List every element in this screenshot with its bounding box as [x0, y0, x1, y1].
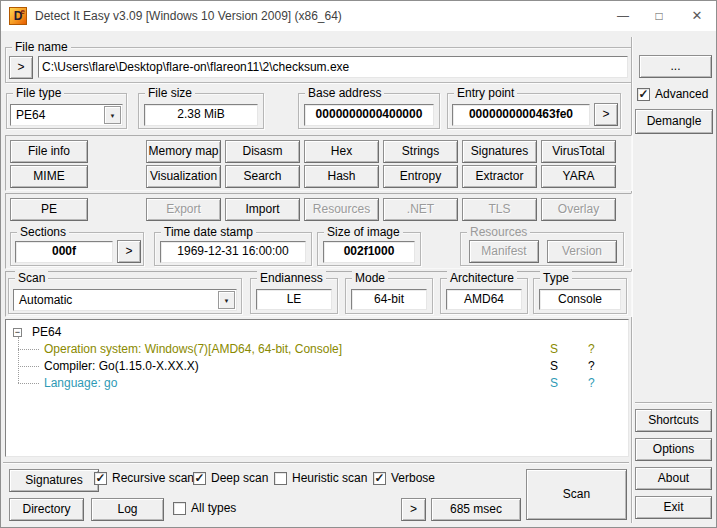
scan-flags-button[interactable]: > — [401, 498, 426, 521]
hex-button[interactable]: Hex — [304, 140, 379, 163]
time-date-stamp-label: Time date stamp — [161, 225, 256, 239]
window-title: Detect It Easy v3.09 [Windows 10 Version… — [35, 1, 342, 31]
open-file-arrow-button[interactable]: > — [9, 56, 33, 79]
entry-point-value: 0000000000463fe0 — [452, 104, 590, 126]
file-type-label: File type — [13, 86, 64, 100]
shortcuts-button[interactable]: Shortcuts — [635, 409, 712, 432]
hash-button[interactable]: Hash — [304, 165, 379, 188]
visualization-button[interactable]: Visualization — [146, 165, 221, 188]
results-tree: − PE64 Operation system: Windows(7)[AMD6… — [5, 319, 629, 457]
signatures-tool-button[interactable]: Signatures — [462, 140, 537, 163]
extractor-button[interactable]: Extractor — [462, 165, 537, 188]
verbose-checkbox[interactable]: ✓ — [373, 472, 386, 485]
log-button[interactable]: Log — [91, 498, 164, 521]
file-type-group: File type PE64 ▼ — [6, 93, 127, 129]
tree-root-row[interactable]: − PE64 — [6, 324, 628, 341]
import-button[interactable]: Import — [225, 198, 300, 221]
search-button[interactable]: Search — [225, 165, 300, 188]
elapsed-time-button[interactable]: 685 msec — [431, 498, 521, 521]
scan-mode-select[interactable]: Automatic ▼ — [13, 289, 237, 311]
close-icon[interactable]: ✕ — [680, 1, 714, 31]
pe-panel: PE Export Import Resources .NET TLS Over… — [5, 193, 632, 269]
base-address-group: Base address 0000000000400000 — [298, 93, 440, 129]
tree-row-compiler[interactable]: Compiler: Go(1.15.0-X.XX.X) S ? — [6, 358, 628, 375]
all-types-checkbox[interactable] — [173, 502, 186, 515]
scan-label: Scan — [15, 271, 48, 285]
file-path-input[interactable] — [38, 56, 628, 78]
heuristic-scan-checkbox[interactable] — [274, 472, 287, 485]
directory-button[interactable]: Directory — [9, 498, 84, 521]
pe-button[interactable]: PE — [10, 198, 88, 221]
side-separator — [635, 402, 712, 404]
sections-group: Sections 000f > — [10, 232, 144, 266]
advanced-checkbox[interactable]: ✓ — [637, 88, 650, 101]
file-name-group: File name > — [5, 47, 632, 83]
mode-group: Mode 64-bit — [345, 278, 433, 314]
file-size-group: File size 2.38 MiB — [138, 93, 264, 129]
detection-text: Operation system: Windows(7)[AMD64, 64-b… — [44, 341, 342, 358]
tools-panel: File info Memory map Disasm Hex Strings … — [5, 135, 632, 191]
advanced-label: Advanced — [655, 87, 708, 102]
endianness-group: Endianness LE — [250, 278, 338, 314]
tree-row-language[interactable]: Language: go S ? — [6, 375, 628, 392]
file-name-label: File name — [12, 40, 71, 54]
mime-button[interactable]: MIME — [10, 165, 88, 188]
scan-group: Scan Automatic ▼ — [8, 278, 242, 314]
type-value: Console — [539, 289, 621, 310]
disasm-button[interactable]: Disasm — [225, 140, 300, 163]
architecture-label: Architecture — [447, 271, 517, 285]
maximize-icon[interactable]: □ — [642, 1, 676, 31]
file-size-value: 2.38 MiB — [144, 104, 258, 126]
endianness-value: LE — [256, 289, 332, 310]
app-icon: D e — [9, 7, 27, 25]
info-link[interactable]: ? — [588, 358, 602, 375]
detection-text: Language: go — [44, 375, 117, 392]
file-size-label: File size — [145, 86, 195, 100]
info-link[interactable]: ? — [588, 341, 602, 358]
info-link[interactable]: ? — [588, 375, 602, 392]
yara-button[interactable]: YARA — [541, 165, 616, 188]
bottom-separator — [3, 462, 629, 464]
chevron-down-icon[interactable]: ▼ — [104, 106, 121, 124]
virustotal-button[interactable]: VirusTotal — [541, 140, 616, 163]
signature-link[interactable]: S — [550, 341, 564, 358]
signature-link[interactable]: S — [550, 358, 564, 375]
sections-value: 000f — [15, 241, 113, 263]
chevron-down-icon[interactable]: ▼ — [218, 291, 235, 309]
scan-button[interactable]: Scan — [526, 469, 627, 520]
entropy-button[interactable]: Entropy — [383, 165, 458, 188]
memory-map-button[interactable]: Memory map — [146, 140, 221, 163]
browse-button[interactable]: ... — [639, 55, 712, 78]
mode-value: 64-bit — [351, 289, 427, 310]
resources-group: Resources Manifest Version — [460, 232, 624, 266]
type-label: Type — [540, 271, 572, 285]
scan-panel: Scan Automatic ▼ Endianness LE Mode 64-b… — [5, 271, 632, 317]
size-of-image-label: Size of image — [324, 225, 403, 239]
entry-point-goto-button[interactable]: > — [594, 103, 618, 126]
recursive-scan-checkbox[interactable]: ✓ — [94, 472, 107, 485]
all-types-label: All types — [191, 501, 236, 516]
exit-button[interactable]: Exit — [635, 496, 712, 519]
file-type-select[interactable]: PE64 ▼ — [10, 104, 123, 126]
deep-scan-checkbox[interactable]: ✓ — [193, 472, 206, 485]
demangle-button[interactable]: Demangle — [635, 109, 713, 134]
about-button[interactable]: About — [635, 467, 712, 490]
options-button[interactable]: Options — [635, 438, 712, 461]
tree-row-operation-system[interactable]: Operation system: Windows(7)[AMD64, 64-b… — [6, 341, 628, 358]
collapse-expander-icon[interactable]: − — [13, 328, 22, 337]
signatures-button[interactable]: Signatures — [9, 469, 99, 492]
minimize-icon[interactable]: — — [606, 1, 640, 31]
architecture-group: Architecture AMD64 — [440, 278, 528, 314]
strings-button[interactable]: Strings — [383, 140, 458, 163]
file-info-button[interactable]: File info — [10, 140, 88, 163]
verbose-label: Verbose — [391, 471, 435, 486]
resources-group-label: Resources — [467, 225, 530, 239]
titlebar: D e Detect It Easy v3.09 [Windows 10 Ver… — [1, 1, 716, 31]
die-window: D e Detect It Easy v3.09 [Windows 10 Ver… — [0, 0, 717, 528]
sections-label: Sections — [17, 225, 69, 239]
heuristic-scan-label: Heuristic scan — [292, 471, 367, 486]
overlay-button: Overlay — [541, 198, 616, 221]
signature-link[interactable]: S — [550, 375, 564, 392]
app-icon-letter-e: e — [21, 8, 25, 16]
sections-goto-button[interactable]: > — [117, 240, 141, 263]
